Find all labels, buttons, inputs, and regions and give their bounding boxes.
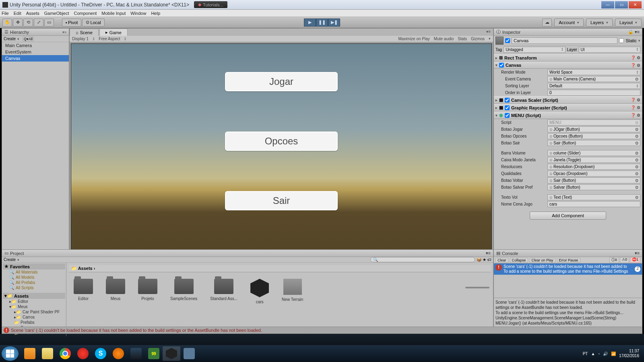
object-field[interactable]: Resolution (Dropdown)⊙: [547, 164, 640, 170]
taskbar-media-player[interactable]: [21, 346, 39, 361]
object-field[interactable]: Salvar (Button)⊙: [547, 184, 640, 190]
breadcrumb[interactable]: 📁 Assets ›: [69, 265, 491, 272]
hierarchy-item[interactable]: EventSystem: [2, 49, 69, 55]
console-clear-on-play[interactable]: Clear on Play: [530, 258, 555, 263]
taskbar-chrome[interactable]: [56, 346, 74, 361]
menu-help[interactable]: Help: [151, 11, 160, 16]
project-search[interactable]: [370, 257, 475, 262]
hand-tool[interactable]: ✋: [2, 19, 12, 27]
maximize-button[interactable]: ▭: [615, 1, 628, 8]
layer-dropdown[interactable]: UI ‡: [579, 47, 640, 53]
menu-gameobject[interactable]: GameObject: [44, 11, 69, 16]
menu-assets[interactable]: Assets: [26, 11, 39, 16]
object-field[interactable]: JOgar (Button)⊙: [547, 126, 640, 132]
project-tree[interactable]: ★ Favorites 🔍All Materials 🔍All Models 🔍…: [2, 263, 66, 336]
rect-tool[interactable]: ▭: [44, 19, 54, 27]
rect-transform-header[interactable]: ▸⊞ Rect Transform❓ ⚙: [494, 54, 642, 62]
exit-game-button[interactable]: Sair: [225, 191, 338, 210]
info-count[interactable]: ⓘ0: [609, 257, 619, 263]
scene-tab[interactable]: ⌂ Scene: [70, 29, 99, 36]
asset-folder[interactable]: Meus: [106, 279, 125, 304]
pause-button[interactable]: ❚❚: [316, 19, 328, 27]
display-dropdown[interactable]: Display 1: [72, 37, 89, 41]
tree-item[interactable]: ▾📁Meus: [3, 304, 65, 309]
game-tab[interactable]: ▸ Game: [99, 29, 128, 36]
menu-mobile-input[interactable]: Mobile Input: [101, 11, 126, 16]
asset-folder[interactable]: Projeto: [138, 279, 157, 304]
taskbar-skype[interactable]: S: [92, 346, 109, 361]
pivot-toggle[interactable]: ▪Pivot: [62, 19, 81, 27]
tray-arrow-icon[interactable]: ▲: [591, 352, 595, 356]
object-field[interactable]: Sair (Button)⊙: [547, 177, 640, 183]
sorting-layer-dropdown[interactable]: Default‡: [547, 83, 640, 89]
tray-flag-icon[interactable]: ▫: [598, 352, 600, 356]
hierarchy-item-selected[interactable]: Canvas: [2, 55, 69, 62]
menu-window[interactable]: Window: [130, 11, 146, 16]
object-field[interactable]: Sair (Button)⊙: [547, 140, 640, 146]
hierarchy-item[interactable]: Main Camera: [2, 42, 69, 49]
tree-item[interactable]: 🔍All Prefabs: [3, 280, 65, 285]
active-checkbox[interactable]: [505, 38, 510, 43]
stats-toggle[interactable]: Stats: [458, 37, 467, 41]
tree-item[interactable]: 🔍All Scripts: [3, 285, 65, 290]
account-dropdown[interactable]: Account▾: [554, 19, 584, 27]
zoom-slider[interactable]: [465, 287, 489, 288]
local-toggle[interactable]: ⊙Local: [82, 19, 104, 27]
asset-folder[interactable]: Editor: [74, 279, 93, 304]
object-field[interactable]: colume (Slider)⊙: [547, 150, 640, 156]
menu-script-header[interactable]: ▾◉ MENU (Script)❓ ⚙: [494, 111, 642, 119]
close-button[interactable]: ✕: [629, 1, 642, 8]
graphic-raycaster-header[interactable]: ▸▦ Graphic Raycaster (Script)❓ ⚙: [494, 104, 642, 111]
cloud-button[interactable]: ☁: [542, 19, 552, 27]
add-component-button[interactable]: Add Component: [530, 212, 606, 220]
step-button[interactable]: ▶❚: [328, 19, 340, 27]
tree-item[interactable]: 📁Prefabs: [3, 320, 65, 325]
scale-tool[interactable]: ⤢: [34, 19, 43, 27]
start-button[interactable]: [2, 346, 19, 361]
render-mode-dropdown[interactable]: World Space‡: [547, 69, 640, 75]
aspect-dropdown[interactable]: Free Aspect: [99, 37, 120, 41]
asset-terrain[interactable]: New Terrain: [282, 279, 303, 304]
object-field[interactable]: Opcao (Dropdown)⊙: [547, 171, 640, 177]
tray-volume-icon[interactable]: 🔊: [603, 352, 608, 356]
tag-dropdown[interactable]: Untagged ‡: [504, 47, 565, 53]
canvas-component-header[interactable]: ▾ Canvas❓ ⚙: [494, 62, 642, 69]
object-field[interactable]: Opcoes (Button)⊙: [547, 133, 640, 139]
console-error-message[interactable]: ! Scene 'cars' (-1) couldn't be loaded b…: [494, 263, 642, 275]
tray-network-icon[interactable]: 📶: [611, 352, 616, 356]
error-count[interactable]: ⛔1: [630, 257, 640, 263]
object-name-input[interactable]: [512, 37, 617, 44]
options-game-button[interactable]: Opcoes: [225, 132, 338, 151]
warn-count[interactable]: ⚠0: [620, 257, 629, 263]
console-header[interactable]: ▤ Console▾≡: [494, 250, 642, 257]
menu-component[interactable]: Component: [74, 11, 97, 16]
asset-scene[interactable]: cars: [250, 279, 269, 304]
taskbar-unity[interactable]: [163, 346, 180, 361]
hierarchy-create[interactable]: Create: [4, 37, 16, 41]
taskbar-explorer[interactable]: [39, 346, 56, 361]
canvas-scaler-header[interactable]: ▸▦ Canvas Scaler (Script)❓ ⚙: [494, 96, 642, 104]
layout-dropdown[interactable]: Layout▾: [615, 19, 642, 27]
taskbar-app2[interactable]: 99: [145, 346, 163, 361]
status-bar[interactable]: ! Scene 'cars' (-1) couldn't be loaded b…: [2, 327, 642, 334]
hierarchy-header[interactable]: ☰ Hierarchy▾≡: [2, 29, 69, 36]
tree-item[interactable]: 🔍All Models: [3, 275, 65, 280]
asset-folder[interactable]: SampleScenes: [170, 279, 197, 304]
move-tool[interactable]: ✥: [13, 19, 23, 27]
object-field[interactable]: Janela (Toggle)⊙: [547, 157, 640, 163]
event-camera-field[interactable]: Main Camera (Camera)⊙: [547, 76, 640, 82]
order-field[interactable]: 0: [547, 90, 640, 96]
inspector-header[interactable]: ⓘ Inspector🔒 ▾≡: [494, 29, 642, 36]
tree-item[interactable]: ▸📁Car Paint Shader PF: [3, 309, 65, 315]
console-collapse[interactable]: Collapse: [510, 258, 528, 263]
taskbar-steam[interactable]: [127, 346, 145, 361]
console-error-pause[interactable]: Error Pause: [557, 258, 580, 263]
gizmos-toggle[interactable]: Gizmos: [471, 37, 485, 41]
object-field[interactable]: Text (Text)⊙: [547, 194, 640, 200]
taskbar-opera[interactable]: [74, 346, 92, 361]
tray-lang[interactable]: PT: [583, 352, 588, 356]
taskbar-app3[interactable]: [180, 346, 198, 361]
layers-dropdown[interactable]: Layers▾: [586, 19, 613, 27]
minimize-button[interactable]: —: [601, 1, 614, 8]
taskbar-app[interactable]: [109, 346, 127, 361]
